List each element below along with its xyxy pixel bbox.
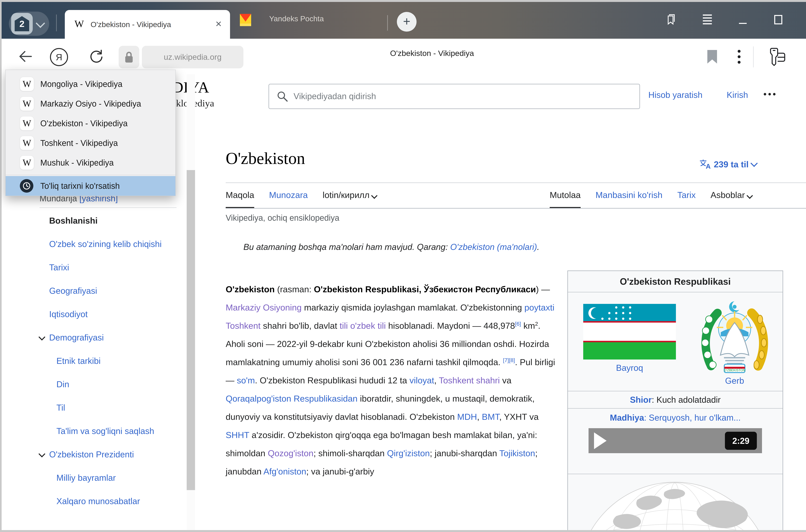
toc-item[interactable]: O'zbekiston Prezidenti	[39, 448, 181, 461]
hamburger-menu-icon	[702, 14, 712, 25]
emblem-link[interactable]: Gerb	[700, 376, 769, 386]
uzbekistan-emblem-image[interactable]: O'ZBEKISTON	[700, 299, 769, 376]
bookmarks-panel-button[interactable]	[664, 12, 679, 27]
audio-duration: 2:29	[725, 432, 757, 450]
chevron-down-icon	[36, 19, 45, 28]
kebab-menu-icon[interactable]	[737, 49, 742, 64]
toc-item[interactable]: Til	[39, 401, 181, 415]
divider	[56, 15, 57, 31]
article-tab[interactable]: lotin/кирилл	[323, 187, 377, 208]
toc-item[interactable]: Xalqaro munosabatlar	[39, 494, 181, 508]
toc-item[interactable]: Tarixi	[39, 260, 181, 274]
wikipedia-favicon-icon: W	[20, 77, 34, 91]
language-selector[interactable]: A 239 ta til	[699, 159, 757, 169]
more-options-icon[interactable]: •••	[764, 89, 778, 99]
hatnote: Bu atamaning boshqa ma'nolari ham mavjud…	[244, 241, 590, 253]
history-clock-icon	[20, 179, 33, 193]
anthem-link[interactable]: : Serquyosh, hur o'lkam...	[644, 413, 741, 422]
show-full-history-item[interactable]: To'liq tarixni ko'rsatish	[6, 176, 175, 196]
back-button[interactable]	[18, 49, 33, 63]
chevron-expand-icon[interactable]	[39, 334, 45, 341]
maximize-button[interactable]	[771, 12, 786, 27]
password-manager-icon[interactable]	[766, 47, 787, 66]
tabs-underline	[226, 208, 806, 209]
anthem-label[interactable]: Madhiya	[610, 413, 644, 422]
play-icon[interactable]	[594, 432, 607, 449]
svg-text:O'ZBEKISTON: O'ZBEKISTON	[724, 368, 745, 372]
toc-item[interactable]: Demografiyasi	[39, 330, 181, 345]
tab-counter-button[interactable]: 2	[9, 12, 49, 36]
wikipedia-favicon-icon: W	[20, 116, 34, 130]
lead-paragraph: O'zbekiston (rasman: O'zbekiston Respubl…	[226, 280, 560, 480]
divider	[753, 46, 754, 68]
lock-icon	[124, 51, 134, 63]
history-item[interactable]: W Mongoliya - Vikipediya	[6, 74, 175, 94]
browser-menu-button[interactable]	[700, 12, 715, 27]
tab-yandex-mail[interactable]: Yandeks Pochta	[269, 14, 324, 23]
search-input[interactable]	[293, 86, 632, 107]
infobox-title: O'zbekiston Respublikasi	[568, 271, 783, 292]
browser-window: 2 W O'zbekiston - Vikipediya ✕ Yandeks P…	[0, 0, 806, 532]
infobox-map-row	[568, 474, 783, 530]
yandex-alice-button[interactable]: Я	[50, 48, 68, 66]
site-subtitle: Vikipediya, ochiq ensiklopediya	[226, 213, 339, 223]
motto-label[interactable]: Shior	[630, 395, 652, 405]
article-tab[interactable]: Tarix	[677, 187, 696, 208]
language-count: 239 ta til	[714, 159, 749, 169]
address-bar[interactable]: uz.wikipedia.org	[142, 46, 244, 68]
toc-item[interactable]: Iqtisodiyot	[39, 307, 181, 321]
audio-player[interactable]: 2:29	[589, 428, 762, 453]
history-item[interactable]: W Toshkent - Vikipediya	[6, 133, 175, 153]
url-text: uz.wikipedia.org	[164, 52, 222, 62]
history-item[interactable]: W Markaziy Osiyo - Vikipediya	[6, 94, 175, 114]
article-tab[interactable]: Asboblar	[711, 187, 752, 208]
refresh-button[interactable]	[89, 49, 104, 64]
yandex-mail-icon[interactable]	[239, 13, 252, 27]
history-list: W Mongoliya - Vikipediya W Markaziy Osiy…	[6, 70, 175, 174]
article-tab[interactable]: Manbasini ko'rish	[595, 187, 663, 208]
toc-item[interactable]: Din	[39, 377, 181, 392]
toc-item[interactable]: Etnik tarkibi	[39, 354, 181, 368]
maximize-icon	[773, 14, 783, 25]
toc-item[interactable]: Geografiyasi	[39, 284, 181, 298]
infobox-images-row: Bayroq	[568, 292, 783, 391]
show-full-history-label: To'liq tarixni ko'rsatish	[40, 181, 120, 191]
tab-bar: 2 W O'zbekiston - Vikipediya ✕ Yandeks P…	[2, 2, 806, 39]
divider	[226, 183, 806, 183]
wikipedia-favicon-icon: W	[20, 97, 34, 111]
close-tab-icon[interactable]: ✕	[215, 19, 222, 29]
site-security-button[interactable]	[119, 46, 139, 68]
table-of-contents: Mundarija [yashirish] BoshlanishiO'zbek …	[39, 193, 181, 517]
tab-active-ozbekiston[interactable]: W O'zbekiston - Vikipediya ✕	[65, 10, 230, 41]
create-account-link[interactable]: Hisob yaratish	[648, 90, 703, 100]
article-tab[interactable]: Munozara	[269, 187, 308, 208]
bookmarks-icon	[665, 13, 677, 26]
wikipedia-favicon-icon: W	[20, 136, 34, 150]
article-tab[interactable]: Maqola	[226, 187, 254, 208]
article-tab[interactable]: Mutolaa	[550, 187, 581, 208]
wikipedia-favicon-icon: W	[75, 18, 84, 30]
login-link[interactable]: Kirish	[727, 90, 748, 100]
toc-item[interactable]: Boshlanishi	[39, 214, 181, 228]
history-item[interactable]: W O'zbekiston - Vikipediya	[6, 114, 175, 133]
bookmark-icon[interactable]	[707, 50, 717, 63]
flag-link[interactable]: Bayroq	[583, 363, 676, 373]
wikipedia-favicon-icon: W	[20, 156, 34, 170]
new-tab-button[interactable]: +	[397, 12, 417, 32]
search-icon	[277, 91, 288, 102]
toc-item[interactable]: Ta'lim va sog'liqni saqlash	[39, 424, 181, 438]
article-tabs-left: MaqolaMunozaralotin/кирилл	[226, 187, 377, 208]
history-item[interactable]: W Mushuk - Vikipediya	[6, 153, 175, 172]
uzbekistan-flag-image[interactable]	[583, 304, 676, 360]
sidebar-scrollbar[interactable]	[187, 74, 195, 530]
sidebar-scrollbar-thumb[interactable]	[187, 170, 195, 490]
tab-title: O'zbekiston - Vikipediya	[91, 20, 205, 29]
toc-item[interactable]: O'zbek so'zining kelib chiqishi	[39, 237, 181, 251]
chevron-expand-icon[interactable]	[39, 451, 45, 457]
toc-item[interactable]: Milliy bayramlar	[39, 471, 181, 485]
translate-icon: A	[699, 159, 711, 169]
minimize-button[interactable]	[735, 12, 750, 27]
globe-locator-map[interactable]	[568, 474, 782, 530]
wiki-search-box[interactable]	[269, 84, 640, 109]
tab-count: 2	[15, 16, 29, 31]
